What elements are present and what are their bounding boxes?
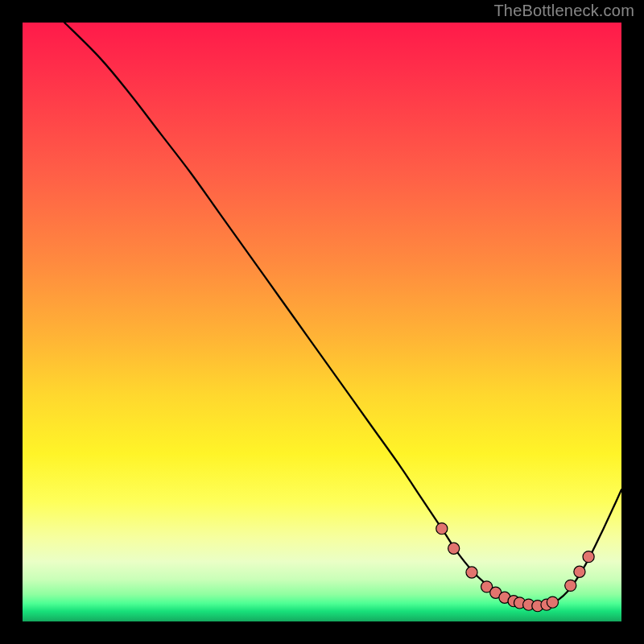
data-marker [547,597,558,608]
data-marker [448,543,460,554]
data-marker [574,566,585,577]
data-marker [583,551,594,563]
data-marker [565,580,576,591]
plot-area [23,23,621,621]
data-marker [466,567,477,578]
watermark-label: TheBottleneck.com [493,2,634,20]
chart-svg [23,23,621,621]
data-markers [436,523,594,612]
data-marker [436,523,448,535]
chart-frame: TheBottleneck.com [0,0,644,644]
bottleneck-curve [64,23,621,607]
